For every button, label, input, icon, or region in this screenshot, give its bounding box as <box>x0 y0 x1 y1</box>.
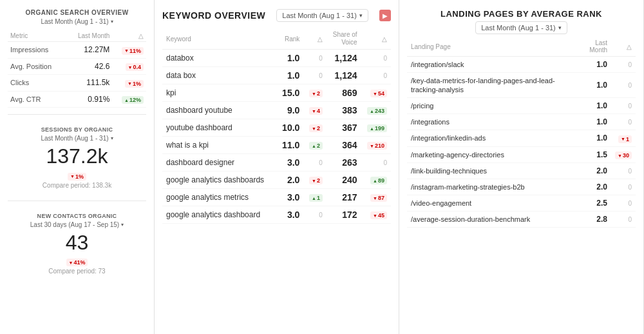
landing-page-row: /marketing-agency-directories 1.5 30 <box>407 146 636 163</box>
landing-pages-title: LANDING PAGES BY AVERAGE RANK <box>407 9 636 19</box>
keyword-sov-delta: 0 <box>361 67 391 84</box>
landing-page-row: /integration/linkedin-ads 1.0 1 <box>407 130 636 147</box>
landing-page-rank: 1.0 <box>575 114 611 130</box>
landing-page-delta: 0 <box>611 211 636 228</box>
left-period-selector[interactable]: Last Month (Aug 1 - 31) ▾ <box>8 18 146 25</box>
keyword-sov-delta: 0 <box>361 154 391 172</box>
landing-page-url: /link-building-techniques <box>411 167 487 175</box>
keyword-rank: 3.0 <box>276 206 303 224</box>
landing-page-url: /integration/linkedin-ads <box>411 134 486 142</box>
keyword-row: what is a kpi 11.0 2 364 210 <box>162 137 391 154</box>
landing-page-delta: 30 <box>611 146 636 163</box>
chevron-down-icon: ▾ <box>111 135 113 141</box>
metric-name: Avg. Position <box>10 63 52 70</box>
metric-value: 42.6 <box>95 62 109 71</box>
keyword-sov: 367 <box>327 119 361 137</box>
keyword-sov: 217 <box>327 189 361 206</box>
keyword-rank: 1.0 <box>276 50 303 67</box>
landing-page-url: /integrations <box>411 118 450 126</box>
contacts-title: NEW CONTACTS ORGANIC <box>8 213 146 219</box>
landing-page-row: /video-engagement 2.5 0 <box>407 195 636 211</box>
keyword-sov: 1,124 <box>327 50 361 67</box>
keyword-row: data box 1.0 0 1,124 0 <box>162 67 391 84</box>
keyword-name: databox <box>166 54 194 63</box>
keyword-overview-title: KEYWORD OVERVIEW <box>162 10 265 21</box>
keyword-row: google analytics dashboards 2.0 2 240 89 <box>162 172 391 189</box>
metric-delta: 0.4 <box>112 58 146 75</box>
sessions-compare: Compare period: 138.3k <box>8 182 146 189</box>
last-month-col-header: Last Month <box>66 30 112 42</box>
keyword-sov-delta: 210 <box>361 137 391 154</box>
keyword-sov-delta: 89 <box>361 172 391 189</box>
landing-page-url: /key-data-metrics-for-landing-pages-and-… <box>411 77 555 93</box>
landing-pages-table: Landing Page Last Month △ /integration/s… <box>407 37 636 228</box>
contacts-value: 43 <box>8 231 146 255</box>
landing-page-rank: 1.5 <box>575 146 611 163</box>
keyword-rank-delta: 2 <box>303 119 327 137</box>
metric-delta: 11% <box>112 42 146 59</box>
keyword-name: dashboard youtube <box>166 106 232 115</box>
landing-page-url: /video-engagement <box>411 199 471 207</box>
mid-panel-header: KEYWORD OVERVIEW Last Month (Aug 1 - 31)… <box>162 9 391 22</box>
keyword-rank: 15.0 <box>276 84 303 102</box>
contacts-period-selector[interactable]: Last 30 days (Aug 17 - Sep 15) ▾ <box>8 221 146 228</box>
keyword-name: google analytics metrics <box>166 193 249 202</box>
delta-col-header: △ <box>112 30 146 42</box>
landing-page-rank: 2.0 <box>575 163 611 179</box>
kw-col-header: Keyword <box>162 28 276 50</box>
landing-page-delta: 0 <box>611 179 636 195</box>
metrics-table: Metric Last Month △ Impressions 12.27M 1… <box>8 30 146 108</box>
keyword-rank: 3.0 <box>276 189 303 206</box>
keyword-sov: 1,124 <box>327 67 361 84</box>
metric-value: 111.5k <box>86 78 109 87</box>
keyword-sov: 172 <box>327 206 361 224</box>
landing-page-url: /instagram-marketing-strategies-b2b <box>411 183 525 191</box>
keyword-sov-delta: 199 <box>361 119 391 137</box>
keyword-name: data box <box>166 71 196 80</box>
keyword-row: dashboard youtube 9.0 4 383 243 <box>162 102 391 119</box>
next-button[interactable]: ▶ <box>379 10 391 21</box>
metric-name: Clicks <box>10 79 29 86</box>
mid-period-selector[interactable]: Last Month (Aug 1 - 31) ▾ <box>276 9 368 22</box>
rank-delta-col-header: △ <box>303 28 327 50</box>
landing-page-row: /link-building-techniques 2.0 0 <box>407 163 636 179</box>
metric-col-header: Metric <box>8 30 66 42</box>
keyword-sov-delta: 243 <box>361 102 391 119</box>
landing-page-url: /average-session-duration-benchmark <box>411 215 530 223</box>
landing-page-url: /integration/slack <box>411 61 464 68</box>
landing-page-row: /average-session-duration-benchmark 2.8 … <box>407 211 636 228</box>
contacts-delta-badge: 41% <box>66 259 88 266</box>
keyword-sov-delta: 0 <box>361 50 391 67</box>
keyword-rank-delta: 4 <box>303 102 327 119</box>
landing-page-delta: 0 <box>611 195 636 211</box>
metric-value: 0.91% <box>88 95 109 104</box>
sessions-period-selector[interactable]: Last Month (Aug 1 - 31) ▾ <box>8 135 146 142</box>
landing-page-rank: 2.5 <box>575 195 611 211</box>
landing-page-row: /instagram-marketing-strategies-b2b 2.0 … <box>407 179 636 195</box>
sessions-title: SESSIONS BY ORGANIC <box>8 126 146 133</box>
landing-page-rank: 1.0 <box>575 73 611 98</box>
metrics-row: Impressions 12.27M 11% <box>8 42 146 59</box>
landing-page-row: /key-data-metrics-for-landing-pages-and-… <box>407 73 636 98</box>
right-period-selector[interactable]: Last Month (Aug 1 - 31) ▾ <box>475 21 567 34</box>
keyword-row: google analytics dashboard 3.0 0 172 45 <box>162 206 391 224</box>
keyword-sov: 869 <box>327 84 361 102</box>
chevron-down-icon: ▾ <box>111 19 113 25</box>
keyword-rank-delta: 0 <box>303 50 327 67</box>
landing-page-url: /pricing <box>411 102 433 110</box>
landing-page-delta: 0 <box>611 114 636 130</box>
metric-delta: 12% <box>112 91 146 108</box>
chevron-down-icon: ▾ <box>121 222 124 228</box>
metric-delta: 1% <box>112 75 146 92</box>
keyword-row: databox 1.0 0 1,124 0 <box>162 50 391 67</box>
keyword-table: Keyword Rank △ Share ofVoice △ databox 1… <box>162 28 391 224</box>
keyword-rank-delta: 0 <box>303 67 327 84</box>
keyword-row: dashboard designer 3.0 0 263 0 <box>162 154 391 172</box>
keyword-name: what is a kpi <box>166 141 209 150</box>
keyword-rank: 9.0 <box>276 102 303 119</box>
contacts-compare: Compare period: 73 <box>8 268 146 275</box>
landing-page-row: /pricing 1.0 0 <box>407 98 636 114</box>
landing-page-delta: 0 <box>611 73 636 98</box>
keyword-row: youtube dashboard 10.0 2 367 199 <box>162 119 391 137</box>
keyword-rank: 2.0 <box>276 172 303 189</box>
